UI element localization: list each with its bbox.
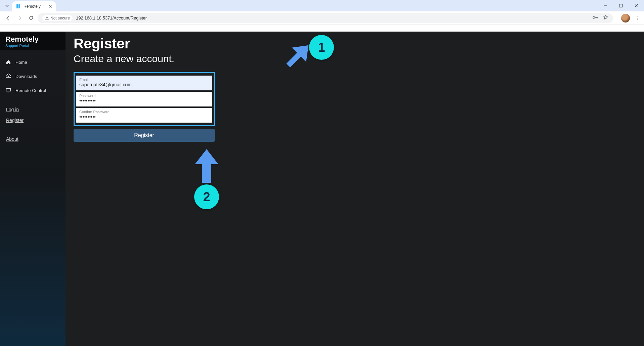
main-content: Register Create a new account. Email Pas… — [66, 32, 644, 346]
svg-point-4 — [593, 16, 595, 18]
brand-subtitle[interactable]: Support Portal — [5, 44, 60, 48]
sidebar-item-home[interactable]: Home — [0, 55, 66, 69]
nav-list: Home Downloads Remote Control — [0, 55, 66, 97]
window-controls — [598, 0, 644, 11]
tab-close-icon[interactable]: ✕ — [48, 4, 52, 9]
bookmark-star-icon[interactable] — [603, 15, 608, 21]
chrome-spacer — [0, 25, 644, 32]
sidebar-login-link[interactable]: Log in — [6, 107, 59, 112]
home-icon — [5, 59, 11, 65]
svg-point-2 — [47, 18, 47, 19]
password-field-wrapper[interactable]: Password — [76, 92, 212, 106]
nav-back-button[interactable] — [3, 13, 13, 23]
sidebar-item-downloads[interactable]: Downloads — [0, 69, 66, 83]
annotation-step-2: 2 — [191, 149, 222, 186]
sidebar-item-label: Remote Control — [15, 88, 46, 93]
sidebar-register-link[interactable]: Register — [6, 118, 59, 123]
sidebar-item-label: Downloads — [15, 74, 37, 79]
window-close[interactable] — [629, 0, 644, 11]
confirm-password-input[interactable] — [79, 114, 209, 120]
window-minimize[interactable] — [598, 0, 613, 11]
annotation-badge: 1 — [309, 35, 334, 60]
email-field-wrapper[interactable]: Email — [76, 76, 212, 90]
nav-reload-button[interactable] — [26, 13, 36, 23]
browser-toolbar: Not secure 192.168.1.18:5371/Account/Reg… — [0, 11, 644, 25]
profile-avatar[interactable] — [621, 14, 630, 23]
warning-icon — [45, 16, 49, 20]
confirm-password-label: Confirm Password — [79, 110, 209, 114]
email-label: Email — [79, 78, 209, 82]
browser-titlebar: Remotely ✕ — [0, 0, 644, 11]
not-secure-chip[interactable]: Not secure — [42, 15, 73, 21]
password-label: Password — [79, 94, 209, 98]
brand-block: Remotely Support Portal — [0, 32, 66, 50]
confirm-password-field-wrapper[interactable]: Confirm Password — [76, 108, 212, 123]
window-maximize[interactable] — [613, 0, 629, 11]
browser-tab[interactable]: Remotely ✕ — [12, 1, 56, 11]
sidebar-about-link[interactable]: About — [6, 136, 59, 142]
password-key-icon[interactable] — [592, 15, 598, 21]
svg-rect-1 — [619, 4, 622, 7]
register-submit-button[interactable]: Register — [74, 129, 215, 142]
app-root: Remotely Support Portal Home Downloads — [0, 32, 644, 346]
sidebar-item-label: Home — [15, 60, 27, 65]
nav-forward-button[interactable] — [15, 13, 24, 23]
brand-title: Remotely — [5, 35, 60, 44]
url-text: 192.168.1.18:5371/Account/Register — [76, 15, 147, 20]
address-bar[interactable]: Not secure 192.168.1.18:5371/Account/Reg… — [38, 13, 613, 23]
annotation-step-1: 1 — [281, 36, 317, 73]
sidebar: Remotely Support Portal Home Downloads — [0, 32, 66, 346]
annotation-badge: 2 — [194, 184, 219, 209]
download-icon — [5, 73, 11, 79]
tab-search-dropdown[interactable] — [3, 2, 11, 9]
page-title: Register — [74, 36, 636, 52]
browser-menu-icon[interactable]: ⋮ — [634, 15, 641, 21]
tab-title: Remotely — [24, 4, 41, 9]
page-subtitle: Create a new account. — [74, 53, 636, 64]
register-form-box: Email Password Confirm Password — [74, 72, 215, 126]
password-input[interactable] — [79, 98, 209, 103]
monitor-icon — [5, 87, 11, 93]
account-links: Log in Register About — [0, 107, 66, 142]
svg-rect-5 — [6, 89, 11, 91]
arrow-icon — [191, 149, 222, 186]
tab-favicon — [15, 4, 21, 9]
sidebar-item-remote-control[interactable]: Remote Control — [0, 83, 66, 97]
email-input[interactable] — [79, 82, 209, 87]
svg-marker-8 — [195, 149, 218, 183]
not-secure-label: Not secure — [50, 16, 70, 20]
